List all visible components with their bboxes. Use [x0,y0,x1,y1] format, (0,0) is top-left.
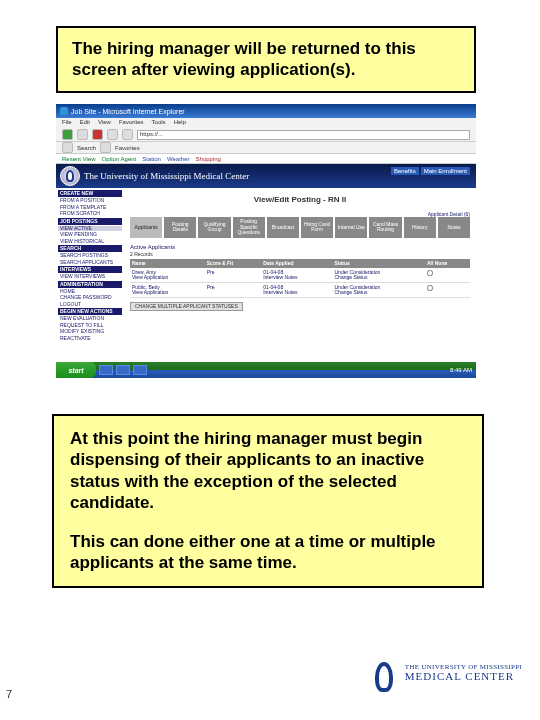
tabs: Applicants Posting Details Qualifying Gr… [130,217,470,238]
page-number: 7 [6,688,12,700]
row1-change[interactable]: Change Status [334,289,367,295]
sb-lnk-0-2[interactable]: FROM SCRATCH [58,211,122,217]
ie-icon [60,107,68,115]
button-row: CHANGE MULTIPLE APPLICANT STATUSES [130,302,470,311]
row0-int-notes[interactable]: Interview Notes [263,274,297,280]
tab-broadcast[interactable]: Broadcast [267,217,299,238]
sb-lnk-3-0[interactable]: VIEW INTERVIEWS [58,274,122,280]
tab-posting-q[interactable]: Posting Specific Questions [233,217,265,238]
tab-notes[interactable]: Notes [438,217,470,238]
callout-bottom-p2: This can done either one at a time or mu… [70,531,466,574]
tab-hiring-cand[interactable]: Hiring Cand Form [301,217,333,238]
banner-btn-1[interactable]: Benefits [391,167,419,175]
link-2[interactable]: Option Agent [102,156,137,162]
ie-menu-bar: File Edit View Favorites Tools Help [56,118,476,128]
sb-lnk-5-2[interactable]: MODIFY EXISTING [58,329,122,335]
sb-hdr-2: SEARCH [58,245,122,252]
banner-btn-2[interactable]: Main Enrollment [421,167,470,175]
sb-hdr-4: ADMINISTRATION [58,281,122,288]
link-4[interactable]: Weather [167,156,190,162]
sidebar: CREATE NEW FROM A POSITION FROM A TEMPLA… [56,188,124,362]
logo-text: THE UNIVERSITY OF MISSISSIPPI MEDICAL CE… [405,664,522,682]
banner-text: The University of Mississippi Medical Ce… [84,172,249,181]
tab-posting-details[interactable]: Posting Details [164,217,196,238]
forward-button-icon[interactable] [77,129,88,140]
ie-title-text: Job Site - Microsoft Internet Explorer [71,108,185,115]
active-applicants-header: Active Applicants [130,244,470,250]
stop-button-icon[interactable] [92,129,103,140]
ie-screenshot: Job Site - Microsoft Internet Explorer F… [56,104,476,378]
system-tray: 8:49 AM [450,367,472,373]
sb-lnk-1-1[interactable]: VIEW PENDING [58,232,122,238]
back-button-icon[interactable] [62,129,73,140]
address-bar[interactable]: https://... [137,130,470,140]
link-3[interactable]: Station [142,156,161,162]
tab-internal[interactable]: Internal Use [335,217,367,238]
umc-logo-icon [373,654,399,692]
row0-checkbox[interactable] [427,270,433,276]
sb-hdr-5: BEGIN NEW ACTIONS [58,308,122,315]
body-row: CREATE NEW FROM A POSITION FROM A TEMPLA… [56,188,476,362]
posting-title: View/Edit Posting - RN II [130,192,470,212]
row1-view-app[interactable]: View Application [132,289,168,295]
menu-file[interactable]: File [62,119,72,127]
umc-seal-icon [60,166,80,186]
sb-lnk-2-0[interactable]: SEARCH POSTINGS [58,253,122,259]
favorites-icon[interactable] [100,142,111,153]
menu-tools[interactable]: Tools [152,119,166,127]
link-5[interactable]: Shopping [196,156,221,162]
sb-lnk-0-0[interactable]: FROM A POSITION [58,198,122,204]
taskbar-task-1[interactable] [99,365,113,375]
search-icon[interactable] [62,142,73,153]
change-multiple-button[interactable]: CHANGE MULTIPLE APPLICANT STATUSES [130,302,243,311]
sb-lnk-1-2[interactable]: VIEW HISTORICAL [58,239,122,245]
tb-fav-label[interactable]: Favorites [115,145,140,151]
home-button-icon[interactable] [122,129,133,140]
taskbar-task-3[interactable] [133,365,147,375]
taskbar-task-2[interactable] [116,365,130,375]
menu-help[interactable]: Help [174,119,186,127]
row1-checkbox[interactable] [427,285,433,291]
link-1[interactable]: Resent View [62,156,96,162]
ie-toolbar: https://... [56,128,476,142]
col-status: Status [332,259,424,268]
records-count: 2 Records [130,252,470,257]
tray-time: 8:49 AM [450,367,472,373]
sb-lnk-4-1[interactable]: CHANGE PASSWORD [58,295,122,301]
tab-mass-routing[interactable]: Cand Mass Routing [369,217,401,238]
sb-lnk-2-1[interactable]: SEARCH APPLICANTS [58,260,122,266]
row1-score: Pre [205,282,261,297]
row0-change[interactable]: Change Status [334,274,367,280]
col-score: Score & Fit [205,259,261,268]
callout-top: The hiring manager will be returned to t… [56,26,476,93]
tab-applicants[interactable]: Applicants [130,217,162,238]
menu-view[interactable]: View [98,119,111,127]
sb-lnk-5-3[interactable]: REACTIVATE [58,336,122,342]
tab-history[interactable]: History [404,217,436,238]
tb-search-label[interactable]: Search [77,145,96,151]
links-bar: Resent View Option Agent Station Weather… [56,154,476,164]
callout-bottom: At this point the hiring manager must be… [52,414,484,588]
sb-hdr-1: JOB POSTINGS [58,218,122,225]
col-date: Date Applied [261,259,332,268]
sb-lnk-4-2[interactable]: LOGOUT [58,302,122,308]
applicants-table: Name Score & Fit Date Applied Status All… [130,259,470,298]
row1-int-notes[interactable]: Interview Notes [263,289,297,295]
logo-line2: MEDICAL CENTER [405,671,522,682]
page-body: The University of Mississippi Medical Ce… [56,164,476,362]
footer-logo: THE UNIVERSITY OF MISSISSIPPI MEDICAL CE… [373,654,522,692]
row0-view-app[interactable]: View Application [132,274,168,280]
tab-qual-group[interactable]: Qualifying Group [198,217,230,238]
col-name: Name [130,259,205,268]
callout-top-text: The hiring manager will be returned to t… [72,39,416,79]
sb-lnk-5-0[interactable]: NEW EVALUATION [58,316,122,322]
sb-hdr-3: INTERVIEWS [58,266,122,273]
sb-hdr-0: CREATE NEW [58,190,122,197]
banner-buttons: Benefits Main Enrollment [391,167,470,175]
banner: The University of Mississippi Medical Ce… [56,164,476,188]
refresh-button-icon[interactable] [107,129,118,140]
table-row: Public, BettyView Application Pre 01-04-… [130,282,470,297]
start-button[interactable]: start [56,362,96,378]
menu-edit[interactable]: Edit [80,119,90,127]
menu-favorites[interactable]: Favorites [119,119,144,127]
